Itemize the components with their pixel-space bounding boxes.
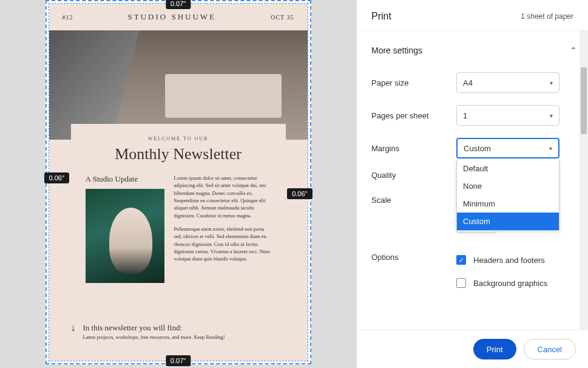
page-inner: #12 STUDIO SHUUWE OCT 35 WELCOME TO OUR … (49, 3, 308, 361)
pages-per-sheet-value: 1 (463, 111, 467, 120)
doc-sub-heading: A Studio Update (86, 174, 164, 184)
margin-badge-bottom[interactable]: 0.07" (166, 355, 191, 366)
margins-option-none[interactable]: None (457, 177, 559, 195)
doc-footer-row: ↓ In this newsletter you will find: Late… (71, 323, 286, 340)
more-settings-label: More settings (371, 46, 422, 55)
print-sidebar: Print 1 sheet of paper More settings ⌃ P… (356, 0, 588, 368)
doc-paragraph-2: Pellentesque enim tortor, eleifend non p… (174, 225, 271, 263)
margins-row: Margins Custom ▾ Default None Minimum Cu… (371, 132, 577, 165)
doc-issue: #12 (63, 14, 73, 21)
page-wrapper: #12 STUDIO SHUUWE OCT 35 WELCOME TO OUR … (46, 0, 311, 364)
margin-badge-right[interactable]: 0.06" (287, 188, 312, 199)
options-row: Options ✓ Headers and footers Background… (371, 239, 577, 296)
pages-per-sheet-label: Pages per sheet (371, 111, 456, 120)
caret-down-icon: ▾ (550, 112, 553, 119)
checkbox-unchecked-icon (456, 278, 466, 288)
options-label: Options (371, 253, 456, 262)
doc-studio-name: STUDIO SHUUWE (128, 12, 217, 22)
checkbox-checked-icon: ✓ (456, 255, 466, 265)
paper-size-select[interactable]: A4 ▾ (456, 72, 559, 93)
scrollbar-track[interactable] (580, 31, 588, 330)
paper-size-label: Paper size (371, 78, 456, 87)
document-content: #12 STUDIO SHUUWE OCT 35 WELCOME TO OUR … (49, 4, 308, 361)
margins-dropdown: Default None Minimum Custom (456, 160, 559, 231)
sheet-count: 1 sheet of paper (521, 12, 573, 21)
sidebar-header: Print 1 sheet of paper (357, 0, 588, 30)
doc-find-sub: Latest projects, workshops, free resourc… (83, 334, 225, 340)
background-graphics-label: Background graphics (473, 279, 547, 288)
doc-paragraph-1: Lorem ipsum dolor sit amet, consectetur … (174, 174, 271, 219)
margin-badge-left[interactable]: 0.06" (44, 172, 69, 183)
doc-welcome: WELCOME TO OUR (86, 136, 271, 141)
sidebar-footer: Print Cancel (357, 330, 588, 368)
cancel-button-label: Cancel (538, 345, 562, 354)
doc-newsletter-title: Monthly Newsletter (86, 145, 271, 163)
pages-per-sheet-select[interactable]: 1 ▾ (456, 105, 559, 126)
quality-label: Quality (371, 171, 456, 180)
doc-portrait-image (86, 189, 164, 283)
print-preview-pane: #12 STUDIO SHUUWE OCT 35 WELCOME TO OUR … (0, 0, 356, 368)
margins-option-default[interactable]: Default (457, 160, 559, 177)
settings-scroll-area: More settings ⌃ Paper size A4 ▾ Pages pe… (357, 30, 588, 330)
scrollbar-thumb[interactable] (581, 67, 587, 134)
page-outline[interactable]: #12 STUDIO SHUUWE OCT 35 WELCOME TO OUR … (46, 0, 311, 364)
caret-down-icon: ▾ (550, 80, 553, 86)
print-button[interactable]: Print (473, 339, 516, 359)
margins-label: Margins (371, 144, 456, 153)
print-title: Print (371, 11, 391, 22)
headers-footers-label: Headers and footers (473, 256, 545, 265)
margin-badge-top[interactable]: 0.07" (166, 0, 191, 9)
margins-option-minimum[interactable]: Minimum (457, 195, 559, 213)
print-button-label: Print (487, 345, 503, 354)
cancel-button[interactable]: Cancel (524, 339, 576, 359)
scale-label: Scale (371, 192, 456, 205)
doc-date: OCT 35 (271, 14, 294, 21)
arrow-down-icon: ↓ (71, 323, 76, 333)
doc-find-heading: In this newsletter you will find: (83, 323, 225, 333)
headers-footers-option[interactable]: ✓ Headers and footers (456, 253, 577, 267)
doc-hero-image (49, 30, 308, 140)
doc-card: WELCOME TO OUR Monthly Newsletter A Stud… (71, 124, 286, 295)
margins-option-custom[interactable]: Custom (457, 213, 559, 230)
paper-size-value: A4 (463, 78, 473, 87)
caret-down-icon: ▾ (549, 145, 552, 152)
more-settings-toggle[interactable]: More settings ⌃ (371, 31, 577, 66)
margins-select[interactable]: Custom ▾ (456, 138, 559, 158)
background-graphics-option[interactable]: Background graphics (456, 276, 577, 290)
chevron-up-icon: ⌃ (570, 46, 577, 55)
pages-per-sheet-row: Pages per sheet 1 ▾ (371, 99, 577, 132)
margins-value: Custom (464, 144, 491, 153)
paper-size-row: Paper size A4 ▾ (371, 66, 577, 99)
